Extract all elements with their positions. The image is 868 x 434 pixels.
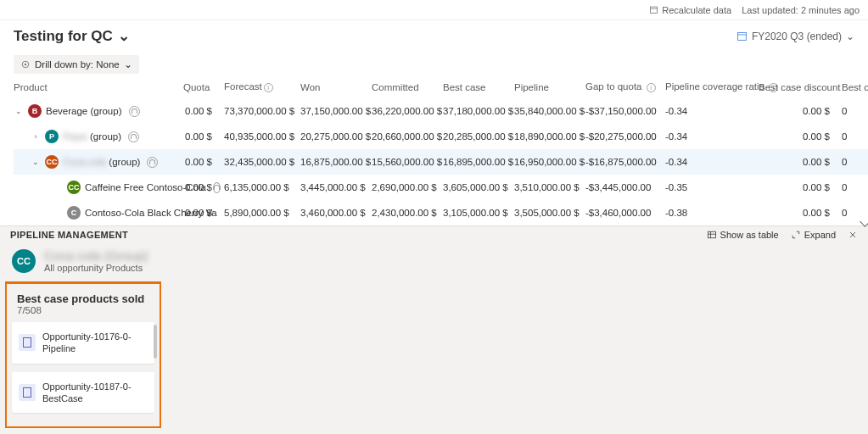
expand-icon (791, 230, 801, 240)
table-row[interactable]: ⌄CCCoca cola (group) 0.00 $ 32,435,000.0… (14, 149, 868, 175)
expand-icon[interactable]: ⌄ (31, 158, 41, 166)
header: Testing for QC ⌄ FY2020 Q3 (ended) ⌄ (0, 20, 868, 52)
card-area-count: 7/508 (12, 305, 154, 322)
info-icon[interactable]: i (264, 83, 273, 92)
cell-ratio: -0.34 (665, 98, 759, 124)
col-prod[interactable]: Best case prod... (842, 75, 868, 98)
table-row[interactable]: CCCaffeine Free Contoso-Cola 0.00 $ 6,13… (14, 175, 868, 200)
product-name: Pepsi (group) (63, 131, 121, 142)
cell-ratio: -0.35 (665, 175, 759, 200)
col-discount[interactable]: Best case discount (759, 75, 842, 98)
cell-discount: 0.00 $ (759, 124, 842, 149)
cell-committed: 2,430,000.00 $ (372, 200, 443, 225)
cell-gap: -$20,275,000.00 (585, 124, 665, 149)
opportunity-card[interactable]: Opportunity-10187-0-BestCase (12, 372, 154, 414)
col-bestcase[interactable]: Best case (443, 75, 514, 98)
close-button[interactable] (848, 230, 858, 240)
svg-rect-0 (651, 7, 658, 14)
period-selector[interactable]: FY2020 Q3 (ended) ⌄ (736, 31, 854, 42)
product-badge: CC (67, 181, 81, 194)
card-scrollbar[interactable] (154, 325, 157, 359)
product-name: Beverage (group) (46, 106, 122, 116)
cell-discount: 0.00 $ (759, 149, 842, 175)
last-updated: Last updated: 2 minutes ago (742, 5, 860, 15)
col-product[interactable]: Product (14, 75, 183, 98)
cell-pipeline: 18,890,000.00 $ (514, 124, 585, 149)
group-name: Coca cola (Group) (44, 248, 148, 263)
page-title: Testing for QC (14, 28, 113, 45)
cell-ratio: -0.38 (665, 200, 759, 225)
group-subtitle: All opportunity Products (44, 263, 148, 273)
product-badge: C (67, 206, 81, 220)
cell-bestcase: 3,605,000.00 $ (443, 175, 514, 200)
info-icon[interactable]: i (647, 83, 656, 92)
pipeline-panel: PIPELINE MANAGEMENT Show as table Expand… (0, 225, 868, 434)
table-row[interactable]: ›PPepsi (group) 0.00 $ 40,935,000.00 $ 2… (14, 124, 868, 149)
cell-discount: 0.00 $ (759, 200, 842, 225)
cell-forecast: 73,370,000.00 $ (224, 98, 300, 124)
col-ratio[interactable]: Pipeline coverage ratio i (665, 75, 759, 98)
cell-gap: -$3,460,000.00 (585, 200, 665, 225)
best-case-card-area: Best case products sold 7/508 Opportunit… (5, 281, 161, 428)
cell-discount: 0.00 $ (759, 98, 842, 124)
group-avatar: CC (12, 249, 36, 273)
col-pipeline[interactable]: Pipeline (514, 75, 585, 98)
table-header-row: Product Quota Forecasti Won Committed Be… (14, 75, 868, 98)
show-as-table-button[interactable]: Show as table (707, 230, 779, 240)
scrollbar[interactable] (863, 101, 868, 225)
cell-committed: 36,220,000.00 $ (372, 98, 443, 124)
cell-won: 3,460,000.00 $ (300, 200, 372, 225)
col-gap[interactable]: Gap to quota i (585, 75, 665, 98)
cell-gap: -$37,150,000.00 (585, 98, 665, 124)
col-forecast[interactable]: Forecasti (224, 75, 300, 98)
user-icon (147, 157, 158, 168)
cell-pipeline: 3,505,000.00 $ (514, 200, 585, 225)
user-icon (129, 106, 140, 117)
expand-icon[interactable]: › (31, 132, 41, 141)
panel-header: PIPELINE MANAGEMENT Show as table Expand (0, 226, 868, 243)
cell-bestcase: 16,895,000.00 $ (443, 149, 514, 175)
col-committed[interactable]: Committed (372, 75, 443, 98)
product-name: Coca cola (group) (63, 157, 140, 167)
panel-subheader: CC Coca cola (Group) All opportunity Pro… (0, 243, 868, 281)
table-row[interactable]: ⌄BBeverage (group) 0.00 $ 73,370,000.00 … (14, 98, 868, 124)
svg-rect-2 (738, 32, 747, 40)
card-label: Opportunity-10187-0-BestCase (42, 381, 148, 405)
cell-won: 37,150,000.00 $ (300, 98, 372, 124)
table-icon (707, 230, 717, 240)
col-quota[interactable]: Quota (183, 75, 224, 98)
drill-bar: Drill down by: None ⌄ (0, 52, 868, 75)
product-badge: CC (45, 155, 59, 169)
chevron-down-icon: ⌄ (118, 27, 130, 45)
cell-quota: 0.00 $ (183, 124, 224, 149)
close-icon (848, 230, 858, 240)
expand-button[interactable]: Expand (791, 230, 836, 240)
cell-won: 16,875,000.00 $ (300, 149, 372, 175)
product-badge: P (45, 130, 59, 143)
cell-committed: 15,560,000.00 $ (372, 149, 443, 175)
user-icon (213, 182, 221, 193)
opportunity-card[interactable]: Opportunity-10176-0-Pipeline (12, 322, 154, 364)
document-icon (19, 384, 36, 401)
cell-pipeline: 16,950,000.00 $ (514, 149, 585, 175)
cell-bestcase: 37,180,000.00 $ (443, 98, 514, 124)
chevron-down-icon: ⌄ (124, 58, 132, 70)
table-row[interactable]: CContoso-Cola Black Cherry Va 0.00 $ 5,8… (14, 200, 868, 225)
card-label: Opportunity-10176-0-Pipeline (42, 331, 148, 355)
cell-pipeline: 35,840,000.00 $ (514, 98, 585, 124)
cell-gap: -$3,445,000.00 (585, 175, 665, 200)
drill-down-button[interactable]: Drill down by: None ⌄ (14, 55, 139, 74)
period-label: FY2020 Q3 (ended) (752, 31, 842, 42)
page-title-dropdown[interactable]: Testing for QC ⌄ (14, 27, 130, 45)
col-won[interactable]: Won (300, 75, 372, 98)
chevron-down-icon: ⌄ (846, 31, 854, 42)
recalc-label: Recalculate data (662, 5, 731, 15)
svg-rect-6 (708, 231, 715, 238)
cell-forecast: 5,890,000.00 $ (224, 200, 300, 225)
product-badge: B (28, 104, 42, 118)
recalc-link[interactable]: Recalculate data (649, 5, 731, 15)
expand-icon[interactable]: ⌄ (14, 107, 24, 115)
cell-quota: 0.00 $ (183, 200, 224, 225)
cell-committed: 20,660,000.00 $ (372, 124, 443, 149)
cell-forecast: 32,435,000.00 $ (224, 149, 300, 175)
